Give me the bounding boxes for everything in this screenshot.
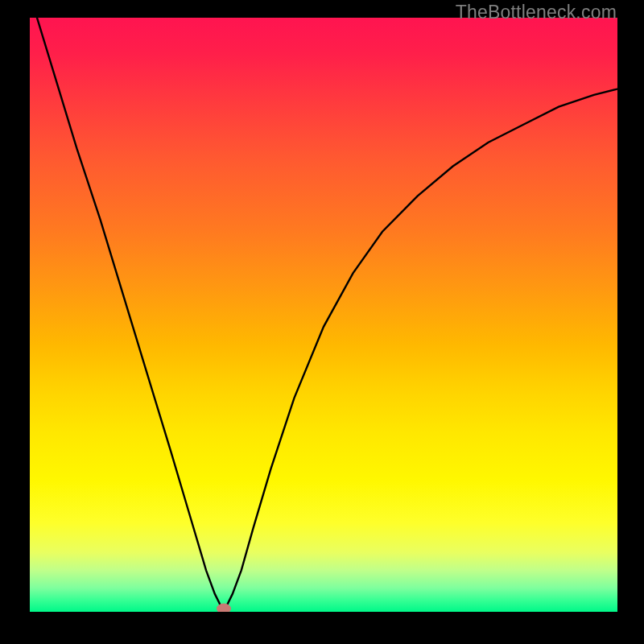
bottleneck-curve bbox=[30, 18, 617, 612]
chart-frame: TheBottleneck.com bbox=[0, 0, 644, 644]
optimal-point-marker bbox=[217, 603, 231, 612]
curve-layer bbox=[30, 18, 617, 612]
plot-area bbox=[30, 18, 617, 612]
watermark-text: TheBottleneck.com bbox=[456, 2, 617, 23]
